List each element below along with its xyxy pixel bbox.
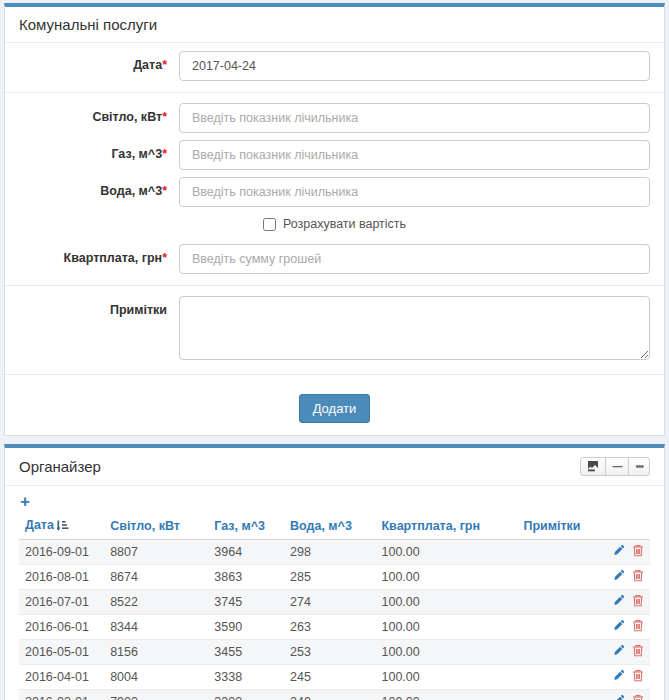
table-row: 2016-04-01 8004 3338 245 100.00: [19, 665, 650, 690]
cell-gas: 3300: [208, 690, 284, 700]
cell-light: 8156: [104, 640, 208, 665]
cell-water: 274: [284, 590, 375, 615]
notes-textarea[interactable]: [179, 296, 650, 360]
cell-rent: 100.00: [375, 665, 517, 690]
cell-gas: 3338: [208, 665, 284, 690]
sort-icon: [57, 520, 69, 534]
cell-gas: 3964: [208, 540, 284, 565]
table-row: 2016-09-01 8807 3964 298 100.00: [19, 540, 650, 565]
cell-water: 240: [284, 690, 375, 700]
table-header-row: Дата Світло, кВт Газ, м^3 Вода, м^3 Квар…: [19, 514, 650, 540]
column-header-date[interactable]: Дата: [19, 514, 104, 540]
minus-icon: —: [612, 462, 622, 472]
cell-notes: [517, 640, 599, 665]
edit-pencil-icon[interactable]: [612, 669, 625, 685]
column-header-actions: [599, 514, 650, 540]
portlet-icon-button[interactable]: [580, 457, 606, 476]
cell-rent: 100.00: [375, 640, 517, 665]
cell-actions: [599, 615, 650, 640]
column-header-rent[interactable]: Квартплата, грн: [375, 514, 517, 540]
edit-pencil-icon[interactable]: [612, 544, 625, 560]
organizer-panel-title: Органайзер: [19, 458, 101, 475]
rent-input[interactable]: [179, 244, 650, 274]
divider: [5, 92, 664, 93]
form-group-water: Вода, м^3*: [19, 177, 650, 207]
required-asterisk: *: [162, 184, 167, 198]
gas-label: Газ, м^3*: [19, 140, 179, 170]
calculate-cost-row: Розрахувати вартість: [19, 217, 650, 231]
form-group-notes: Примітки: [19, 296, 650, 363]
cell-date: 2016-03-01: [19, 690, 104, 700]
edit-pencil-icon[interactable]: [612, 594, 625, 610]
more-options-button[interactable]: •••: [628, 457, 650, 476]
ellipsis-icon: •••: [635, 462, 643, 472]
cell-water: 245: [284, 665, 375, 690]
edit-pencil-icon[interactable]: [612, 644, 625, 660]
cell-rent: 100.00: [375, 590, 517, 615]
cell-light: 7900: [104, 690, 208, 700]
delete-trash-icon[interactable]: [632, 569, 644, 585]
light-input[interactable]: [179, 103, 650, 133]
edit-pencil-icon[interactable]: [612, 619, 625, 635]
cell-notes: [517, 665, 599, 690]
cell-date: 2016-05-01: [19, 640, 104, 665]
column-header-light[interactable]: Світло, кВт: [104, 514, 208, 540]
delete-trash-icon[interactable]: [632, 669, 644, 685]
table-row: 2016-08-01 8674 3863 285 100.00: [19, 565, 650, 590]
date-input[interactable]: [179, 51, 650, 81]
divider: [5, 374, 664, 375]
cell-gas: 3455: [208, 640, 284, 665]
cell-actions: [599, 690, 650, 700]
table-row: 2016-03-01 7900 3300 240 100.00: [19, 690, 650, 700]
cell-notes: [517, 615, 599, 640]
column-header-notes[interactable]: Примітки: [517, 514, 599, 540]
cell-gas: 3745: [208, 590, 284, 615]
organizer-toolbar: — •••: [580, 457, 650, 476]
required-asterisk: *: [162, 147, 167, 161]
delete-trash-icon[interactable]: [632, 619, 644, 635]
collapse-button[interactable]: —: [605, 457, 629, 476]
water-label: Вода, м^3*: [19, 177, 179, 207]
column-header-water[interactable]: Вода, м^3: [284, 514, 375, 540]
organizer-panel-header: Органайзер — •••: [5, 448, 664, 486]
cell-actions: [599, 640, 650, 665]
required-asterisk: *: [162, 110, 167, 124]
add-row-button[interactable]: +: [20, 493, 30, 510]
cell-date: 2016-07-01: [19, 590, 104, 615]
cell-date: 2016-08-01: [19, 565, 104, 590]
organizer-table-body: 2016-09-01 8807 3964 298 100.00 2016-08-…: [19, 540, 650, 700]
cell-light: 8807: [104, 540, 208, 565]
edit-pencil-icon[interactable]: [612, 694, 625, 700]
light-label: Світло, кВт*: [19, 103, 179, 133]
cell-notes: [517, 690, 599, 700]
delete-trash-icon[interactable]: [632, 644, 644, 660]
utilities-panel-header: Комунальні послуги: [5, 7, 664, 43]
cell-actions: [599, 540, 650, 565]
required-asterisk: *: [162, 58, 167, 72]
cell-date: 2016-09-01: [19, 540, 104, 565]
form-group-date: Дата*: [19, 51, 650, 81]
submit-row: Додати: [19, 385, 650, 435]
delete-trash-icon[interactable]: [632, 544, 644, 560]
cell-water: 263: [284, 615, 375, 640]
column-header-gas[interactable]: Газ, м^3: [208, 514, 284, 540]
required-asterisk: *: [162, 251, 167, 265]
delete-trash-icon[interactable]: [632, 594, 644, 610]
gas-input[interactable]: [179, 140, 650, 170]
cell-date: 2016-04-01: [19, 665, 104, 690]
edit-pencil-icon[interactable]: [612, 569, 625, 585]
cell-water: 298: [284, 540, 375, 565]
cell-date: 2016-06-01: [19, 615, 104, 640]
calculate-cost-checkbox[interactable]: [263, 218, 276, 231]
divider: [5, 285, 664, 286]
water-input[interactable]: [179, 177, 650, 207]
utilities-panel-title: Комунальні послуги: [19, 16, 157, 33]
add-button[interactable]: Додати: [299, 394, 371, 423]
delete-trash-icon[interactable]: [632, 694, 644, 700]
table-row: 2016-06-01 8344 3590 263 100.00: [19, 615, 650, 640]
cell-light: 8004: [104, 665, 208, 690]
cell-notes: [517, 540, 599, 565]
cell-notes: [517, 590, 599, 615]
organizer-panel: Органайзер — ••• + Дата Світло, кВт Газ,: [4, 444, 665, 700]
date-label: Дата*: [19, 51, 179, 81]
